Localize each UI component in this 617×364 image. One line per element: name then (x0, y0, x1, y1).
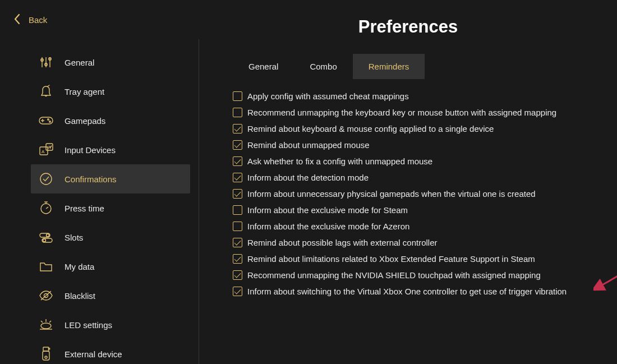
chevron-left-icon (13, 13, 21, 26)
sidebar-item-label: Slots (65, 233, 83, 242)
sidebar-item-press-time[interactable]: Press time (31, 193, 190, 223)
sidebar-item-label: Press time (65, 204, 104, 213)
svg-point-22 (43, 239, 46, 242)
folder-icon (38, 258, 54, 275)
reminder-row: Inform about the exclusive mode for Stea… (233, 205, 600, 215)
sidebar-item-tray-agent[interactable]: Tray agent (31, 77, 190, 106)
reminder-label: Remind about limitations related to Xbox… (247, 254, 535, 264)
page-title: Preferences (199, 17, 617, 37)
sidebar-item-label: My data (65, 262, 94, 271)
reminder-row: Remind about possible lags with external… (233, 238, 600, 247)
reminder-checkbox[interactable] (233, 254, 242, 264)
sidebar-item-led-settings[interactable]: LED settings (31, 310, 190, 339)
reminder-label: Remind about possible lags with external… (247, 238, 438, 247)
svg-point-15 (40, 173, 52, 185)
reminder-label: Remind about unmapped mouse (247, 140, 370, 150)
reminders-list: Apply config with assumed cheat mappings… (233, 91, 600, 296)
sidebar-item-general[interactable]: General (31, 48, 190, 77)
reminder-checkbox[interactable] (233, 156, 242, 166)
input-device-icon: AW (38, 141, 54, 158)
sidebar-item-slots[interactable]: Slots (31, 223, 190, 252)
sidebar-item-label: Tray agent (65, 87, 104, 96)
eye-off-icon (38, 287, 54, 304)
sidebar: GeneralTray agentGamepadsAWInput Devices… (0, 39, 199, 364)
reminder-row: Remind about unmapped mouse (233, 140, 600, 150)
reminder-checkbox[interactable] (233, 287, 242, 296)
tab-combo[interactable]: Combo (294, 54, 352, 79)
reminder-row: Remind about limitations related to Xbox… (233, 254, 600, 264)
sidebar-item-confirmations[interactable]: Confirmations (31, 164, 190, 193)
reminder-row: Inform about unnecessary physical gamepa… (233, 189, 600, 199)
reminder-checkbox[interactable] (233, 189, 242, 199)
svg-text:✱: ✱ (48, 347, 50, 351)
reminder-label: Apply config with assumed cheat mappings (247, 91, 409, 101)
reminder-label: Inform about the exclusive mode for Azer… (247, 222, 409, 231)
reminder-label: Inform about switching to the Virtual Xb… (247, 287, 567, 296)
svg-point-10 (49, 121, 51, 123)
reminder-label: Inform about the detection mode (247, 173, 369, 182)
reminder-row: Apply config with assumed cheat mappings (233, 91, 600, 101)
reminder-checkbox[interactable] (233, 205, 242, 215)
reminder-checkbox[interactable] (233, 270, 242, 280)
reminder-checkbox[interactable] (233, 140, 242, 150)
sidebar-item-gamepads[interactable]: Gamepads (31, 106, 190, 135)
reminder-label: Recommend unmapping the NVIDIA SHIELD to… (247, 270, 541, 280)
check-circle-icon (38, 171, 54, 187)
sidebar-item-blacklist[interactable]: Blacklist (31, 281, 190, 310)
tab-general[interactable]: General (233, 54, 294, 79)
sidebar-item-input-devices[interactable]: AWInput Devices (31, 135, 190, 164)
tabs: GeneralComboReminders (233, 54, 600, 79)
svg-point-32 (45, 356, 47, 358)
svg-point-9 (48, 119, 49, 121)
reminder-checkbox[interactable] (233, 222, 242, 231)
reminder-checkbox[interactable] (233, 173, 242, 182)
sidebar-item-label: Input Devices (65, 145, 116, 155)
back-label: Back (29, 15, 47, 25)
reminder-label: Recommend unmapping the keyboard key or … (247, 108, 556, 117)
reminder-label: Inform about unnecessary physical gamepa… (247, 189, 536, 199)
reminder-row: Recommend unmapping the NVIDIA SHIELD to… (233, 270, 600, 280)
sidebar-item-my-data[interactable]: My data (31, 252, 190, 281)
sidebar-item-label: Gamepads (65, 116, 105, 126)
main-content: Preferences GeneralComboReminders Apply … (199, 39, 617, 364)
led-icon (38, 316, 54, 333)
stopwatch-icon (38, 200, 54, 216)
reminder-label: Ask whether to fix a config with unmappe… (247, 156, 432, 166)
slots-icon (38, 229, 54, 246)
reminder-checkbox[interactable] (233, 91, 242, 101)
bell-icon (38, 83, 54, 100)
reminder-row: Inform about switching to the Virtual Xb… (233, 287, 600, 296)
reminder-row: Inform about the exclusive mode for Azer… (233, 222, 600, 231)
tab-reminders[interactable]: Reminders (353, 54, 425, 79)
svg-text:W: W (48, 145, 52, 149)
sidebar-item-label: General (65, 58, 94, 67)
usb-icon: ✱ (38, 345, 54, 362)
reminder-label: Inform about the exclusive mode for Stea… (247, 205, 408, 215)
svg-point-20 (47, 234, 49, 237)
sliders-icon (38, 54, 54, 71)
reminder-row: Remind about keyboard & mouse config app… (233, 124, 600, 133)
sidebar-item-label: Blacklist (65, 291, 95, 301)
reminder-row: Recommend unmapping the keyboard key or … (233, 108, 600, 117)
reminder-row: Ask whether to fix a config with unmappe… (233, 156, 600, 166)
reminder-checkbox[interactable] (233, 108, 242, 117)
svg-line-27 (41, 321, 43, 322)
reminder-label: Remind about keyboard & mouse config app… (247, 124, 494, 133)
svg-line-28 (49, 321, 51, 322)
back-button[interactable]: Back (13, 13, 47, 26)
svg-point-25 (41, 323, 51, 329)
sidebar-item-external-device[interactable]: ✱External device (31, 339, 190, 364)
reminder-checkbox[interactable] (233, 124, 242, 133)
sidebar-item-label: Confirmations (65, 174, 117, 184)
sidebar-item-label: External device (65, 349, 122, 359)
svg-text:A: A (42, 149, 45, 154)
gamepad-icon (38, 112, 54, 129)
reminder-checkbox[interactable] (233, 238, 242, 247)
reminder-row: Inform about the detection mode (233, 173, 600, 182)
sidebar-item-label: LED settings (65, 320, 112, 330)
